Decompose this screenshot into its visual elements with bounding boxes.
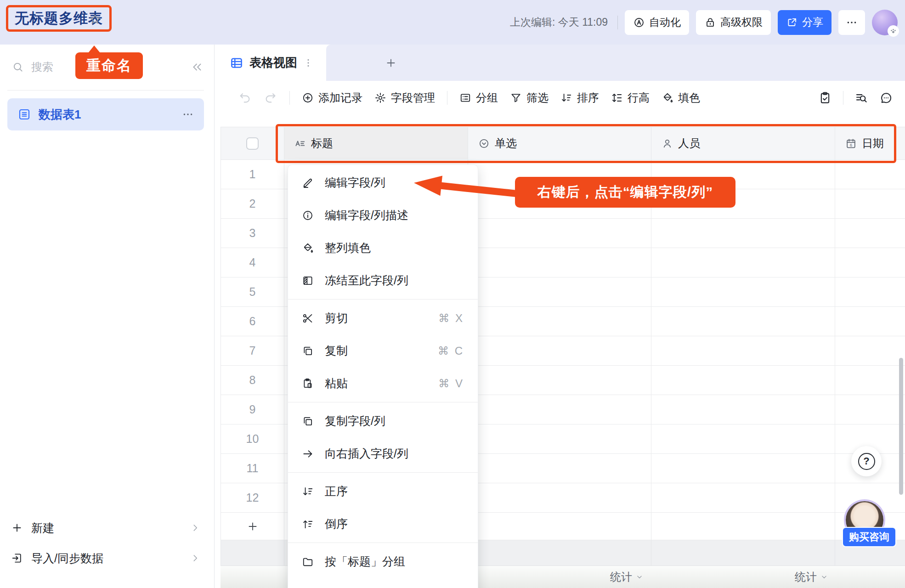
scissors-icon: [302, 312, 314, 324]
row-number: 3: [221, 219, 284, 248]
menu-item-edit-field-desc[interactable]: 编辑字段/列描述: [288, 199, 478, 232]
menu-divider: [288, 472, 478, 473]
form-check-button[interactable]: [818, 91, 832, 105]
menu-item-sort-asc[interactable]: 正序: [288, 475, 478, 508]
menu-item-label: 复制字段/列: [325, 413, 385, 429]
menu-item-paste[interactable]: 粘贴⌘ V: [288, 367, 478, 400]
table-cell[interactable]: [468, 336, 651, 365]
menu-item-freeze-to-field[interactable]: 冻结至此字段/列: [288, 264, 478, 297]
toolbar-row-height-button[interactable]: 行高: [611, 90, 650, 105]
table-cell[interactable]: [835, 160, 905, 189]
table-cell[interactable]: [651, 366, 835, 395]
paint-bucket-icon: [302, 242, 314, 254]
column-header-date[interactable]: 6日期: [835, 127, 905, 159]
redo-icon: [264, 91, 277, 105]
toolbar-field-manage-button[interactable]: 字段管理: [374, 90, 435, 105]
sidebar-item-table1[interactable]: 数据表1: [7, 98, 204, 130]
automation-button[interactable]: 自动化: [625, 10, 689, 35]
menu-item-duplicate-field[interactable]: 复制字段/列: [288, 405, 478, 437]
table-cell[interactable]: [835, 366, 905, 395]
table-cell[interactable]: [835, 219, 905, 248]
add-view-button[interactable]: [385, 57, 397, 69]
toolbar-sort-button[interactable]: 排序: [560, 90, 599, 105]
table-cell[interactable]: [651, 336, 835, 365]
toolbar-group-button[interactable]: 分组: [459, 90, 498, 105]
svg-text:6: 6: [850, 142, 852, 147]
column-header-single-select[interactable]: 单选: [468, 127, 651, 159]
table-cell[interactable]: [468, 395, 651, 424]
menu-item-sort-desc[interactable]: 倒序: [288, 508, 478, 540]
group-icon: [459, 92, 471, 104]
table-cell[interactable]: [468, 248, 651, 277]
table-cell[interactable]: [468, 483, 651, 512]
table-icon: [17, 107, 31, 121]
new-table-label: 新建: [31, 520, 54, 536]
menu-item-label: 剪切: [325, 311, 348, 326]
comments-button[interactable]: [879, 91, 893, 105]
tab-more-icon[interactable]: [303, 58, 313, 68]
table-cell[interactable]: [651, 219, 835, 248]
table-cell[interactable]: [835, 248, 905, 277]
table-cell[interactable]: [468, 366, 651, 395]
table-cell[interactable]: [468, 219, 651, 248]
table-cell[interactable]: [651, 307, 835, 336]
new-table-button[interactable]: 新建: [7, 514, 204, 541]
table-more-icon[interactable]: [182, 108, 194, 120]
table-cell[interactable]: [835, 336, 905, 365]
menu-item-cut[interactable]: 剪切⌘ X: [288, 302, 478, 334]
toolbar-label: 添加记录: [318, 90, 362, 105]
purchase-consult-button[interactable]: 购买咨询: [842, 527, 896, 547]
table-cell[interactable]: [835, 189, 905, 218]
find-in-view-button[interactable]: [854, 91, 868, 105]
menu-item-label: 粘贴: [325, 376, 348, 391]
table-cell[interactable]: [468, 277, 651, 306]
user-avatar[interactable]: [872, 10, 898, 35]
table-cell[interactable]: [651, 483, 835, 512]
share-button[interactable]: 分享: [778, 10, 831, 35]
help-button[interactable]: ?: [851, 446, 882, 476]
menu-item-fill-column[interactable]: 整列填色: [288, 232, 478, 264]
menu-item-copy[interactable]: 复制⌘ C: [288, 334, 478, 367]
redo-button[interactable]: [264, 91, 277, 105]
more-button[interactable]: [838, 10, 865, 35]
table-cell[interactable]: [468, 307, 651, 336]
tab-grid-view[interactable]: 表格视图: [221, 45, 326, 81]
plus-circle-icon: [302, 92, 314, 104]
undo-icon: [238, 91, 252, 105]
table-cell[interactable]: [468, 424, 651, 453]
column-header-title[interactable]: 标题: [284, 127, 468, 159]
table-cell[interactable]: [835, 277, 905, 306]
import-sync-button[interactable]: 导入/同步数据: [7, 545, 204, 571]
stat-single-select[interactable]: 统计: [610, 570, 644, 584]
import-icon: [11, 552, 23, 564]
table-cell[interactable]: [651, 277, 835, 306]
table-cell[interactable]: [651, 395, 835, 424]
toolbar-add-record-button[interactable]: 添加记录: [302, 90, 362, 105]
menu-item-insert-right[interactable]: 向右插入字段/列: [288, 437, 478, 470]
table-cell[interactable]: [835, 307, 905, 336]
toolbar-fill-color-button[interactable]: 填色: [662, 90, 700, 105]
column-label: 标题: [311, 136, 333, 151]
star-icon[interactable]: [89, 13, 101, 25]
table-cell[interactable]: [468, 454, 651, 483]
toolbar-buttons: 添加记录字段管理分组筛选排序行高填色: [302, 90, 700, 105]
select-all-checkbox[interactable]: [246, 137, 259, 150]
menu-item-group-by-title[interactable]: 按「标题」分组: [288, 545, 478, 578]
person-icon: [662, 138, 673, 149]
tabstrip-background: [326, 45, 905, 81]
table-cell[interactable]: [651, 454, 835, 483]
table-cell[interactable]: [835, 395, 905, 424]
collapse-sidebar-icon[interactable]: [191, 61, 203, 73]
vertical-scrollbar[interactable]: [899, 358, 903, 495]
toolbar-filter-button[interactable]: 筛选: [510, 90, 549, 105]
toolbar-divider: [447, 91, 447, 105]
menu-item-edit-field[interactable]: 编辑字段/列: [288, 166, 478, 199]
undo-button[interactable]: [238, 91, 252, 105]
column-header-person[interactable]: 人员: [651, 127, 835, 159]
table-cell[interactable]: [651, 424, 835, 453]
stat-person[interactable]: 统计: [795, 570, 828, 584]
date-icon: 6: [845, 138, 857, 149]
menu-divider: [288, 299, 478, 300]
permissions-button[interactable]: 高级权限: [696, 10, 771, 35]
table-cell[interactable]: [651, 248, 835, 277]
